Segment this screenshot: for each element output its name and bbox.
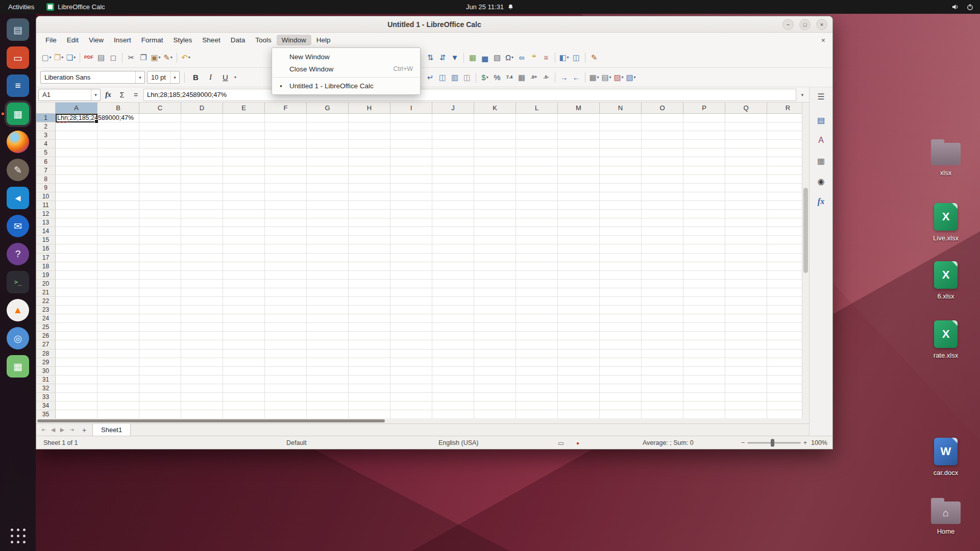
firefox-dock-icon[interactable] (7, 131, 29, 153)
cell[interactable] (56, 393, 97, 402)
insert-chart-button[interactable]: ▅ (479, 51, 491, 64)
cell[interactable] (181, 131, 223, 140)
cell[interactable] (432, 306, 474, 314)
cell[interactable] (390, 244, 432, 253)
cell[interactable] (432, 340, 474, 349)
row-header-28[interactable]: 28 (36, 349, 56, 358)
horizontal-scrollbar[interactable] (36, 418, 809, 423)
cell[interactable] (683, 148, 725, 157)
split-window-button[interactable]: ◫ (570, 51, 582, 64)
sum-button[interactable]: Σ (116, 91, 128, 99)
cell[interactable] (349, 288, 390, 297)
cell[interactable] (181, 367, 223, 375)
cell[interactable] (474, 210, 516, 218)
cell[interactable] (97, 306, 139, 314)
cell[interactable] (683, 297, 725, 306)
cell[interactable] (139, 254, 181, 262)
cell[interactable] (265, 306, 307, 314)
cell[interactable] (432, 192, 474, 201)
cell[interactable] (558, 148, 600, 157)
cell[interactable] (642, 340, 683, 349)
row-header-22[interactable]: 22 (36, 297, 56, 306)
cell[interactable] (767, 254, 802, 262)
cell[interactable] (390, 236, 432, 244)
minimize-button[interactable]: − (782, 19, 794, 30)
cell[interactable] (725, 297, 767, 306)
cell[interactable] (56, 122, 97, 131)
cell[interactable] (97, 227, 139, 236)
cell[interactable] (390, 297, 432, 306)
cell[interactable] (223, 131, 265, 140)
column-header-e[interactable]: E (223, 103, 265, 114)
menu-option-new-window[interactable]: New Window (272, 51, 420, 63)
cell[interactable] (223, 157, 265, 166)
cell[interactable] (265, 148, 307, 157)
cell[interactable] (307, 122, 349, 131)
cell[interactable] (683, 340, 725, 349)
cell[interactable] (349, 131, 390, 140)
cell[interactable] (349, 140, 390, 148)
cell[interactable] (307, 184, 349, 192)
cell[interactable] (349, 122, 390, 131)
cell[interactable] (139, 410, 181, 418)
cell[interactable] (139, 192, 181, 201)
cell[interactable] (432, 218, 474, 227)
cell[interactable] (725, 210, 767, 218)
cell[interactable] (139, 148, 181, 157)
cell[interactable] (349, 393, 390, 402)
desktop-icon-6-xlsx[interactable]: X6.xlsx (921, 261, 970, 300)
cell[interactable] (558, 297, 600, 306)
row-header-7[interactable]: 7 (36, 166, 56, 175)
gimp-dock-icon[interactable]: ✎ (7, 159, 29, 181)
cell[interactable] (767, 148, 802, 157)
cell[interactable] (474, 114, 516, 122)
cell[interactable] (725, 227, 767, 236)
cell[interactable] (97, 384, 139, 393)
cell[interactable] (558, 323, 600, 332)
cell[interactable] (181, 218, 223, 227)
cell[interactable] (139, 140, 181, 148)
cell[interactable] (56, 210, 97, 218)
cell[interactable] (683, 410, 725, 418)
column-header-o[interactable]: O (642, 103, 683, 114)
cell[interactable] (516, 271, 558, 280)
underline-dropdown[interactable]: ▾ (234, 75, 236, 80)
cell[interactable] (265, 201, 307, 210)
cell[interactable] (767, 131, 802, 140)
cell[interactable] (265, 349, 307, 358)
font-size-combo[interactable]: 10 pt ▾ (147, 71, 180, 84)
sidebar-gallery-button[interactable]: ▦ (814, 154, 829, 167)
cell[interactable] (181, 384, 223, 393)
cell[interactable] (642, 297, 683, 306)
cell[interactable] (265, 157, 307, 166)
row-header-29[interactable]: 29 (36, 358, 56, 367)
cell[interactable] (725, 175, 767, 184)
column-header-q[interactable]: Q (725, 103, 767, 114)
add-sheet-button[interactable]: + (79, 426, 90, 434)
cell[interactable] (683, 210, 725, 218)
cell[interactable] (307, 410, 349, 418)
cell[interactable] (56, 332, 97, 340)
cell[interactable] (767, 367, 802, 375)
cell[interactable] (349, 114, 390, 122)
cell[interactable] (349, 314, 390, 323)
cell[interactable] (725, 367, 767, 375)
cell[interactable] (390, 323, 432, 332)
cell[interactable] (139, 157, 181, 166)
cell[interactable] (139, 349, 181, 358)
cell[interactable] (223, 227, 265, 236)
autofilter-button[interactable]: ▼ (449, 51, 461, 64)
cell[interactable] (600, 402, 642, 410)
cell[interactable] (56, 192, 97, 201)
cell[interactable] (725, 280, 767, 288)
cell[interactable] (223, 122, 265, 131)
cell[interactable] (432, 271, 474, 280)
cell[interactable] (600, 323, 642, 332)
cell[interactable] (516, 384, 558, 393)
cell[interactable] (181, 227, 223, 236)
cell[interactable] (432, 236, 474, 244)
clock-button[interactable]: Jun 25 11:31 (466, 0, 514, 14)
cell[interactable] (181, 254, 223, 262)
cell[interactable] (516, 288, 558, 297)
headers-footers-button[interactable]: ≡ (540, 51, 552, 64)
